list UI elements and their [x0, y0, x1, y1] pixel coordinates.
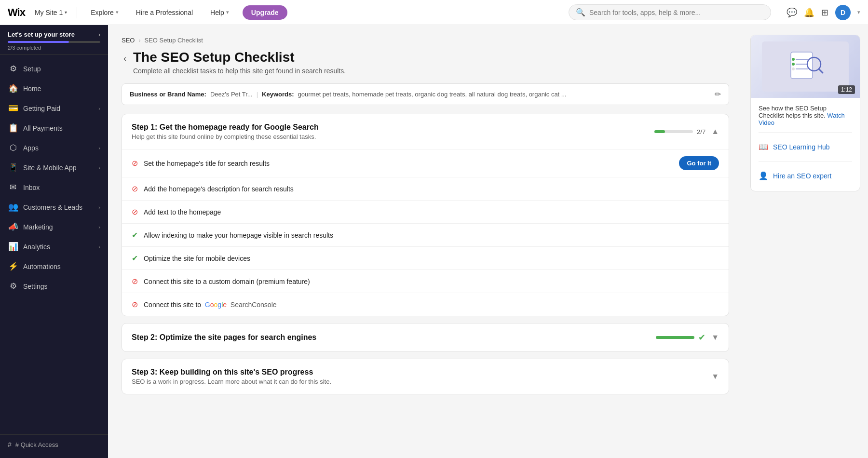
notifications-icon[interactable]: 🔔	[804, 7, 814, 18]
step3-desc: SEO is a work in progress. Learn more ab…	[132, 378, 711, 385]
step3-collapse-button[interactable]: ▼	[711, 372, 719, 381]
step2-progress-bar	[656, 336, 694, 339]
video-thumbnail[interactable]: 1:12	[751, 35, 860, 98]
step1-header-left: Step 1: Get the homepage ready for Googl…	[132, 123, 654, 140]
task-add-text: ⊘ Add text to the homepage	[122, 201, 729, 224]
grid-icon[interactable]: ⊞	[821, 7, 828, 18]
step2-header[interactable]: Step 2: Optimize the site pages for sear…	[122, 323, 729, 351]
page-title: The SEO Setup Checklist	[133, 50, 346, 65]
task-gsc-text: Connect this site to Google SearchConsol…	[144, 301, 719, 309]
site-name-label: My Site 1	[35, 9, 63, 16]
getting-paid-icon: 💳	[8, 103, 18, 113]
task-allow-indexing: ✔ Allow indexing to make your homepage v…	[122, 224, 729, 247]
topnav: Wix My Site 1 ▾ Explore ▾ Hire a Profess…	[0, 0, 868, 25]
breadcrumb-seo-link[interactable]: SEO	[122, 37, 135, 44]
go-for-it-button[interactable]: Go for It	[679, 156, 719, 170]
sidebar-item-getting-paid-label: Getting Paid	[23, 105, 60, 112]
step2-progress: ✔	[656, 332, 705, 343]
keywords-bar: Business or Brand Name: Deez's Pet Tr...…	[122, 83, 729, 105]
sidebar-item-setup[interactable]: ⚙ Setup	[0, 59, 108, 79]
sidebar-item-site-mobile[interactable]: 📱 Site & Mobile App ›	[0, 158, 108, 177]
sidebar-item-all-payments-label: All Payments	[23, 124, 63, 132]
seo-learning-hub-row: 📖 SEO Learning Hub	[759, 138, 852, 155]
hire-nav-item[interactable]: Hire a Professional	[132, 7, 197, 18]
hire-seo-link[interactable]: Hire an SEO expert	[773, 172, 831, 180]
search-bar[interactable]: 🔍	[569, 4, 771, 20]
content-main: SEO › SEO Setup Checklist ‹ The SEO Setu…	[108, 25, 743, 458]
sidebar-item-inbox-label: Inbox	[23, 184, 40, 191]
breadcrumb-separator: ›	[138, 37, 140, 44]
search-input[interactable]	[589, 9, 764, 16]
seo-learning-hub-link[interactable]: SEO Learning Hub	[773, 143, 830, 151]
explore-label: Explore	[91, 9, 113, 16]
avatar[interactable]: D	[835, 5, 851, 20]
sidebar-item-inbox[interactable]: ✉ Inbox	[0, 177, 108, 197]
step1-card: Step 1: Get the homepage ready for Googl…	[122, 114, 729, 316]
hire-label: Hire a Professional	[136, 9, 193, 16]
svg-point-4	[792, 58, 795, 61]
step3-header[interactable]: Step 3: Keep building on this site's SEO…	[122, 359, 729, 394]
store-progress-label: 2/3 completed	[8, 45, 100, 51]
sidebar-item-settings[interactable]: ⚙ Settings	[0, 276, 108, 296]
comments-icon[interactable]: 💬	[787, 7, 797, 18]
task-allow-indexing-text: Allow indexing to make your homepage vis…	[144, 231, 719, 239]
sidebar-item-automations[interactable]: ⚡ Automations	[0, 256, 108, 276]
quick-access-section[interactable]: # # Quick Access	[0, 434, 108, 454]
analytics-icon: 📊	[8, 242, 18, 252]
sidebar-item-analytics[interactable]: 📊 Analytics ›	[0, 237, 108, 256]
analytics-chevron-icon: ›	[98, 244, 100, 250]
hire-seo-icon: 👤	[759, 171, 768, 180]
sidebar-item-setup-label: Setup	[23, 65, 41, 73]
step1-header[interactable]: Step 1: Get the homepage ready for Googl…	[122, 114, 729, 149]
sidebar-item-marketing-label: Marketing	[23, 223, 53, 231]
step2-header-left: Step 2: Optimize the site pages for sear…	[132, 333, 656, 342]
all-payments-icon: 📋	[8, 123, 18, 133]
video-thumb-inner	[762, 41, 849, 92]
edit-keywords-button[interactable]: ✏	[715, 90, 721, 99]
search-icon: 🔍	[576, 8, 585, 17]
keywords-label: Keywords:	[262, 91, 294, 98]
upgrade-button[interactable]: Upgrade	[243, 5, 287, 20]
account-chevron-icon[interactable]: ▾	[857, 9, 860, 15]
sidebar-item-home[interactable]: 🏠 Home	[0, 79, 108, 98]
topnav-separator	[77, 7, 77, 18]
task-add-description-error-icon: ⊘	[132, 184, 138, 193]
marketing-icon: 📣	[8, 222, 18, 232]
site-mobile-icon: 📱	[8, 162, 18, 173]
sidebar-item-customers-leads[interactable]: 👥 Customers & Leads ›	[0, 197, 108, 217]
help-chevron-icon: ▾	[226, 9, 229, 15]
sidebar-item-settings-label: Settings	[23, 283, 48, 290]
step1-progress-bar	[654, 130, 693, 133]
hire-seo-row: 👤 Hire an SEO expert	[759, 167, 852, 184]
sidebar-item-home-label: Home	[23, 85, 41, 93]
keywords-value: gourmet pet treats, homemade pet treats,…	[298, 91, 567, 98]
site-mobile-chevron-icon: ›	[98, 165, 100, 171]
settings-icon: ⚙	[8, 281, 18, 291]
sidebar-item-getting-paid[interactable]: 💳 Getting Paid ›	[0, 98, 108, 118]
back-button[interactable]: ‹	[122, 52, 128, 66]
store-setup-title-label: Let's set up your store	[8, 31, 75, 38]
site-name-selector[interactable]: My Site 1 ▾	[35, 9, 67, 16]
step3-title: Step 3: Keep building on this site's SEO…	[132, 368, 711, 377]
store-setup-header[interactable]: Let's set up your store ›	[8, 31, 100, 38]
svg-point-6	[792, 67, 795, 70]
sidebar-item-marketing[interactable]: 📣 Marketing ›	[0, 217, 108, 237]
step2-collapse-button[interactable]: ▼	[711, 333, 719, 342]
step1-collapse-button[interactable]: ▲	[711, 127, 719, 136]
help-nav-item[interactable]: Help ▾	[206, 7, 233, 18]
task-optimize-mobile-success-icon: ✔	[132, 254, 138, 263]
content-side: 1:12 See how the SEO Setup Checklist hel…	[743, 25, 868, 458]
explore-nav-item[interactable]: Explore ▾	[87, 7, 122, 18]
task-add-description-text: Add the homepage's description for searc…	[144, 185, 719, 193]
store-progress-bar	[8, 41, 100, 43]
task-gsc-error-icon: ⊘	[132, 300, 138, 309]
svg-rect-0	[791, 52, 813, 79]
sidebar-nav: ⚙ Setup 🏠 Home 💳 Getting Paid › 📋 All Pa…	[0, 55, 108, 434]
sidebar-item-apps[interactable]: ⬡ Apps ›	[0, 138, 108, 158]
getting-paid-chevron-icon: ›	[98, 106, 100, 111]
store-progress-fill	[8, 41, 69, 43]
sidebar-item-all-payments[interactable]: 📋 All Payments	[0, 118, 108, 138]
sidebar-item-customers-leads-label: Customers & Leads	[23, 203, 82, 211]
marketing-chevron-icon: ›	[98, 224, 100, 230]
step3-card: Step 3: Keep building on this site's SEO…	[122, 359, 729, 394]
